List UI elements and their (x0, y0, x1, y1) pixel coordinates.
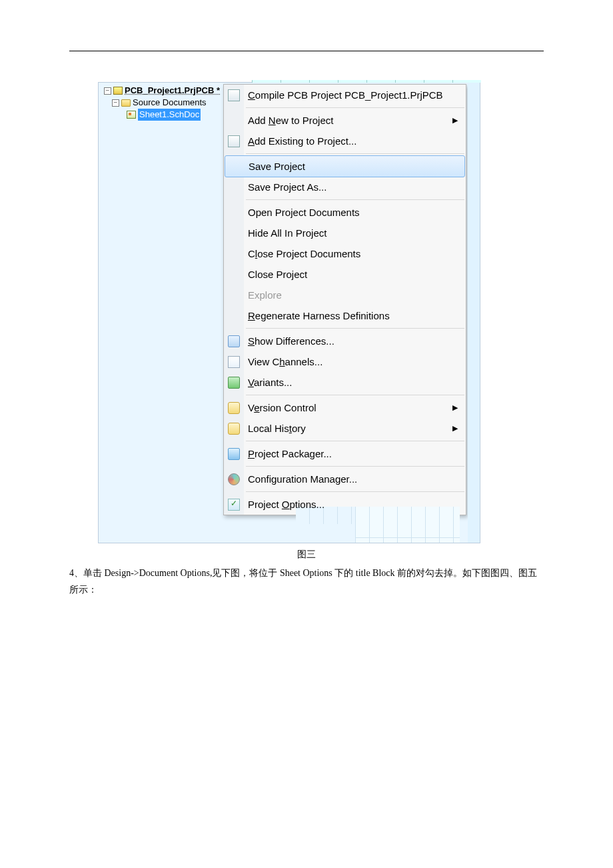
menu-save-project-as[interactable]: Save Project As... (224, 177, 466, 197)
options-icon (228, 499, 240, 511)
tree-file-label: Sheet1.SchDoc (138, 109, 201, 121)
document-page: − PCB_Project1.PrjPCB * − Source Documen… (0, 0, 613, 868)
menu-separator (246, 395, 464, 395)
menu-variants[interactable]: Variants... (224, 372, 466, 393)
tree-root-label: PCB_Project1.PrjPCB * (125, 85, 220, 97)
tree-source-documents[interactable]: − Source Documents (104, 97, 221, 109)
menu-show-differences[interactable]: Show Differences... (224, 331, 466, 351)
menu-add-new[interactable]: Add New to Project ▶ (224, 110, 466, 131)
menu-separator (246, 441, 464, 441)
menu-regenerate-harness[interactable]: Regenerate Harness Definitions (224, 305, 466, 326)
menu-project-options[interactable]: Project Options... (224, 494, 466, 515)
tree-collapse-icon[interactable]: − (112, 99, 119, 107)
menu-separator (246, 491, 464, 492)
menu-save-project[interactable]: Save Project (225, 155, 465, 177)
menu-opendocs-label: Open Project Documents (248, 207, 458, 218)
menu-saveas-label: Save Project As... (248, 181, 458, 193)
submenu-arrow-icon: ▶ (452, 116, 458, 125)
project-context-menu: Compile PCB Project PCB_Project1.PrjPCB … (223, 84, 466, 515)
folder-icon (121, 99, 131, 107)
menu-hide-all[interactable]: Hide All In Project (224, 223, 466, 243)
tree-sheet1[interactable]: Sheet1.SchDoc (104, 109, 221, 121)
altium-screenshot: − PCB_Project1.PrjPCB * − Source Documen… (98, 82, 480, 543)
ruler-strip (252, 80, 481, 83)
channels-icon (228, 356, 240, 368)
menu-version-control[interactable]: Version Control ▶ (224, 397, 466, 418)
menu-project-packager[interactable]: Project Packager... (224, 443, 466, 464)
config-manager-icon (228, 473, 240, 485)
menu-save-label: Save Project (249, 161, 456, 172)
differences-icon (228, 335, 240, 347)
menu-compile-label: ompile PCB Project PCB_Project1.PrjPCB (255, 89, 443, 101)
page-header-rule (69, 51, 544, 51)
lock-icon (228, 402, 240, 414)
project-icon (113, 87, 123, 95)
menu-separator (246, 328, 464, 329)
menu-add-existing[interactable]: Add Existing to Project... (224, 131, 466, 151)
menu-configuration-manager[interactable]: Configuration Manager... (224, 469, 466, 489)
lock-icon (228, 423, 240, 435)
project-tree: − PCB_Project1.PrjPCB * − Source Documen… (104, 85, 221, 119)
tree-folder-label: Source Documents (133, 97, 207, 109)
paragraph-step-4: 4、单击 Design->Document Options,见下图，将位于 Sh… (69, 565, 544, 598)
menu-cfg-label: Configuration Manager... (248, 473, 458, 485)
menu-open-project-documents[interactable]: Open Project Documents (224, 202, 466, 223)
menu-close-project-documents[interactable]: Close Project Documents (224, 243, 466, 264)
menu-local-history[interactable]: Local History ▶ (224, 418, 466, 439)
variants-icon (228, 377, 240, 389)
add-existing-icon (228, 135, 240, 147)
workspace-right-margin (468, 83, 480, 543)
menu-closeprj-label: Close Project (248, 269, 458, 280)
figure-caption: 图三 (0, 549, 613, 561)
submenu-arrow-icon: ▶ (452, 424, 458, 433)
menu-separator (246, 466, 464, 467)
menu-close-project[interactable]: Close Project (224, 264, 466, 285)
menu-explore: Explore (224, 285, 466, 305)
menu-compile[interactable]: Compile PCB Project PCB_Project1.PrjPCB (224, 85, 466, 105)
compile-icon (228, 89, 240, 101)
menu-view-channels[interactable]: View Channels... (224, 351, 466, 372)
tree-project-root[interactable]: − PCB_Project1.PrjPCB * (104, 85, 221, 97)
submenu-arrow-icon: ▶ (452, 403, 458, 412)
packager-icon (228, 448, 240, 460)
menu-separator (246, 107, 464, 108)
menu-hideall-label: Hide All In Project (248, 227, 458, 239)
menu-explore-label: Explore (248, 289, 458, 301)
menu-separator (246, 199, 464, 200)
tree-collapse-icon[interactable]: − (104, 87, 111, 95)
menu-separator (246, 153, 464, 154)
schematic-file-icon (127, 111, 136, 119)
